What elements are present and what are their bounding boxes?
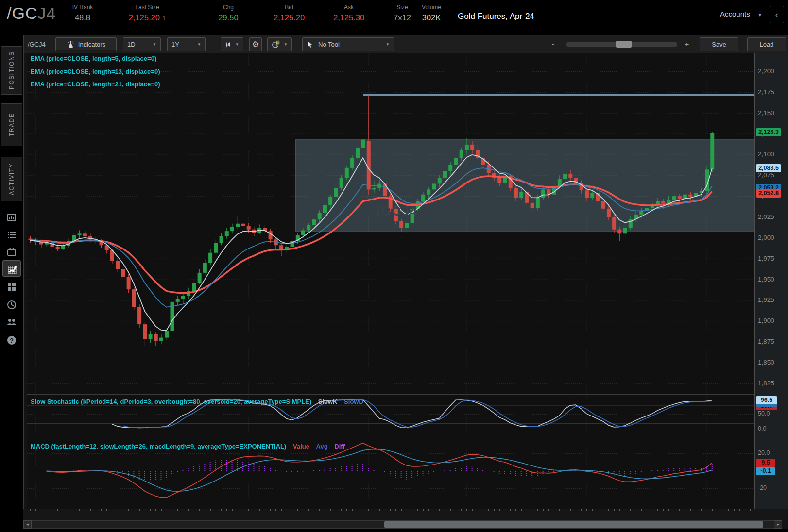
scrollbar-thumb[interactable] <box>384 521 763 528</box>
ema21-label[interactable]: EMA (price=CLOSE, length=21, displace=0) <box>31 81 160 88</box>
active-tool-dropdown[interactable]: No Tool▼ <box>302 37 394 51</box>
stat-last-size: Last Size2,125.201 <box>111 4 184 22</box>
macd-study-label[interactable]: MACD (fastLength=12, slowLength=26, macd… <box>31 443 345 450</box>
drawing-set-dropdown[interactable]: ▼ <box>267 37 292 51</box>
dashboard-icon[interactable] <box>6 282 17 292</box>
last-size-qty: 1 <box>162 15 166 22</box>
price-badge: 2,126.3 <box>756 128 781 136</box>
chart-icon-active[interactable] <box>7 265 17 275</box>
stochastic-study-label[interactable]: Slow Stochastic (kPeriod=14, dPeriod=3, … <box>31 398 363 405</box>
accounts-menu[interactable]: Accounts▼ <box>720 10 762 18</box>
ema5-label[interactable]: EMA (price=CLOSE, length=5, displace=0) <box>31 55 156 62</box>
video-icon[interactable] <box>6 247 17 257</box>
svg-text:?: ? <box>10 337 14 344</box>
price-axis-label: 2,100 <box>758 150 774 158</box>
sidebar-tab-trade[interactable]: TRADE <box>1 103 22 146</box>
zoom-out-button[interactable]: - <box>548 40 558 48</box>
chevron-down-icon: ▼ <box>149 42 156 47</box>
macd-axis-label: -20 <box>758 484 767 491</box>
watchlist-icon[interactable] <box>6 230 17 240</box>
symbol-root: /GC <box>7 4 37 22</box>
ema13-label[interactable]: EMA (price=CLOSE, length=13, displace=0) <box>31 68 160 75</box>
macd-badge: -0.1 <box>756 467 775 475</box>
community-icon[interactable] <box>6 316 17 327</box>
price-axis-label: 1,975 <box>758 255 774 262</box>
candlestick-icon <box>225 41 231 49</box>
save-button[interactable]: Save <box>700 37 738 51</box>
price-axis-label: 1,950 <box>758 276 774 283</box>
beaker-icon <box>67 40 75 49</box>
symbol-month: J4 <box>37 4 56 22</box>
chevron-down-icon: ▼ <box>754 13 762 17</box>
stat-chg: Chg29.50 <box>199 4 257 22</box>
sidebar-tab-positions[interactable]: POSITIONS <box>1 46 22 95</box>
price-axis-label: 2,200 <box>758 67 774 75</box>
chevron-down-icon: ▼ <box>231 42 239 47</box>
price-axis-label: 1,875 <box>758 338 774 345</box>
price-badge: 2,052.8 <box>756 189 781 198</box>
price-axis-label: 2,025 <box>758 213 774 220</box>
price-axis-label: 2,000 <box>758 234 774 241</box>
stoch-badge: 96.5 <box>756 396 777 404</box>
chart-settings-button[interactable]: ⚙ <box>249 37 262 51</box>
price-axis-label: 1,850 <box>758 359 774 366</box>
macd-badge: 9.5 <box>756 459 775 467</box>
stat-iv-rank: IV Rank48.8 <box>58 4 107 22</box>
contract-description: Gold Futures, Apr-24 <box>458 12 534 21</box>
macd-axis-label: 20.0 <box>758 449 770 456</box>
scroll-right-button[interactable]: ▸ <box>774 520 782 529</box>
sidebar-tab-activity[interactable]: ACTIVITY <box>1 157 22 201</box>
price-axis-label: 2,075 <box>758 171 774 179</box>
toolbar-symbol-label: /GCJ4 <box>28 41 46 48</box>
load-button[interactable]: Load <box>747 37 786 51</box>
time-axis-minor-ticks <box>27 509 754 511</box>
left-sidebar: POSITIONS TRADE ACTIVITY ? <box>0 30 23 532</box>
chevron-down-icon: ▼ <box>382 42 390 47</box>
gear-icon: ⚙ <box>252 39 259 50</box>
symbol-title: /GCJ4 <box>7 4 56 23</box>
macd-diff-legend: Diff <box>334 443 345 450</box>
slowk-legend: SlowK <box>318 398 338 405</box>
price-badge: 2,083.5 <box>756 164 781 172</box>
news-icon[interactable] <box>6 212 17 223</box>
slowd-legend: SlowD <box>344 398 363 405</box>
help-icon[interactable]: ? <box>6 335 17 346</box>
collapse-panel-button[interactable]: ‹ <box>770 6 784 23</box>
price-axis-label: 2,150 <box>758 109 774 116</box>
chart-style-dropdown[interactable]: ▼ <box>221 37 243 51</box>
symbol-watermark: /GCJ4 <box>377 204 418 219</box>
price-axis-label: 1,900 <box>758 317 774 324</box>
timeframe-dropdown[interactable]: 1D▼ <box>123 37 161 51</box>
zoom-slider-thumb[interactable] <box>616 41 632 48</box>
app-root: /GCJ4 IV Rank48.8 Last Size2,125.201 Chg… <box>0 0 788 532</box>
macd-avg-legend: Avg <box>316 443 328 450</box>
stoch-axis-label: 0.0 <box>758 425 766 432</box>
range-dropdown[interactable]: 1Y▼ <box>167 37 206 51</box>
scroll-left-button[interactable]: ◂ <box>23 520 32 529</box>
stat-volume: Volume302K <box>414 4 448 22</box>
chevron-down-icon: ▼ <box>280 42 288 47</box>
globe-icon <box>272 40 280 49</box>
stat-bid: Bid2,125.20 <box>257 4 321 22</box>
quote-header: /GCJ4 IV Rank48.8 Last Size2,125.201 Chg… <box>0 0 788 30</box>
history-icon[interactable] <box>6 299 17 310</box>
macd-value-legend: Value <box>293 443 309 450</box>
chart-surface[interactable] <box>27 54 754 508</box>
zoom-in-button[interactable]: + <box>682 40 692 48</box>
price-axis-label: 1,825 <box>758 380 774 387</box>
indicators-button[interactable]: Indicators <box>55 37 117 51</box>
price-axis-label: 1,925 <box>758 296 774 303</box>
stat-ask: Ask2,125.30 <box>317 4 380 22</box>
stoch-axis-label: 50.0 <box>758 410 770 417</box>
price-axis-label: 2,175 <box>758 88 774 96</box>
cursor-icon <box>307 41 314 48</box>
chevron-down-icon: ▼ <box>193 42 201 47</box>
